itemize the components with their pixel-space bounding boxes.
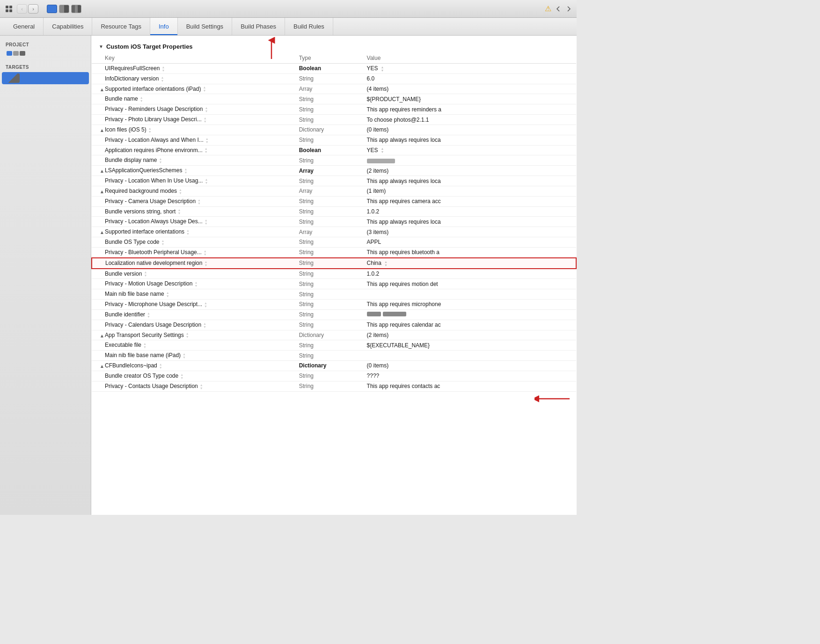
cell-key: Privacy - Bluetooth Peripheral Usage...▲… — [92, 247, 295, 257]
cell-value: (0 items) — [363, 361, 576, 371]
table-row[interactable]: Bundle creator OS Type code▲▼String???? — [92, 371, 576, 381]
col-header-value: Value — [363, 54, 576, 64]
cell-type: Array — [295, 84, 363, 94]
table-row[interactable]: Privacy - Camera Usage Description▲▼Stri… — [92, 196, 576, 206]
table-row[interactable]: Bundle identifier▲▼String — [92, 309, 576, 320]
col-header-type: Type — [295, 54, 363, 64]
cell-key: Bundle version▲▼ — [92, 269, 295, 279]
cell-key: Privacy - Camera Usage Description▲▼ — [92, 196, 295, 206]
cell-value: This app requires motion det — [363, 279, 576, 289]
tab-general[interactable]: General — [5, 18, 44, 35]
svg-rect-0 — [6, 6, 8, 8]
svg-rect-3 — [9, 9, 12, 12]
sort-arrows-icon: ▲▼ — [203, 322, 206, 329]
col-header-key: Key — [92, 54, 295, 64]
chevron-right-icon[interactable] — [565, 6, 572, 12]
expand-triangle-icon[interactable]: ▶ — [100, 190, 104, 193]
sort-arrows-icon: ▲▼ — [203, 86, 206, 92]
table-row[interactable]: Localization native development region▲▼… — [92, 258, 576, 269]
table-row[interactable]: InfoDictionary version▲▼String6.0 — [92, 73, 576, 84]
warning-icon[interactable]: ⚠ — [545, 4, 551, 13]
cell-key: Bundle OS Type code▲▼ — [92, 237, 295, 248]
table-row[interactable]: Bundle OS Type code▲▼StringAPPL — [92, 237, 576, 248]
view-btn-triple[interactable] — [71, 5, 81, 13]
expand-triangle-icon[interactable]: ▶ — [100, 365, 104, 368]
table-row[interactable]: UIRequiresFullScreen▲▼BooleanYES▲▼ — [92, 64, 576, 74]
cell-value: This app always requires loca — [363, 135, 576, 145]
table-row[interactable]: Bundle version▲▼String1.0.2 — [92, 269, 576, 279]
section-title: Custom iOS Target Properties — [106, 43, 193, 50]
cell-key: Executable file▲▼ — [92, 340, 295, 351]
sidebar-item-target[interactable] — [2, 72, 89, 84]
table-row[interactable]: Executable file▲▼String${EXECUTABLE_NAME… — [92, 340, 576, 351]
tab-resource-tags[interactable]: Resource Tags — [92, 18, 150, 35]
view-btn-single[interactable] — [47, 5, 57, 13]
table-row[interactable]: ▶CFBundleIcons~ipad▲▼Dictionary(0 items) — [92, 361, 576, 371]
tab-info[interactable]: Info — [150, 18, 178, 35]
cell-key: Bundle identifier▲▼ — [92, 309, 295, 320]
table-row[interactable]: Privacy - Microphone Usage Descript...▲▼… — [92, 300, 576, 310]
sort-arrows-icon: ▲▼ — [183, 352, 186, 359]
cell-key: Privacy - Motion Usage Description▲▼ — [92, 279, 295, 289]
sort-arrows-icon: ▲▼ — [144, 271, 147, 277]
cell-type: Array — [295, 186, 363, 196]
expand-triangle-icon[interactable]: ▶ — [100, 88, 104, 91]
cell-type: String — [295, 73, 363, 84]
cell-key: ▶Supported interface orientations (iPad)… — [92, 84, 295, 94]
cell-type: String — [295, 300, 363, 310]
sort-arrows-icon: ▲▼ — [205, 178, 208, 184]
table-row[interactable]: Privacy - Location Always Usage Des...▲▼… — [92, 217, 576, 227]
cell-value: This app requires reminders a — [363, 104, 576, 115]
table-row[interactable]: Main nib file base name▲▼String — [92, 289, 576, 300]
table-row[interactable]: Bundle name▲▼String${PRODUCT_NAME} — [92, 94, 576, 104]
expand-triangle-icon[interactable]: ▶ — [100, 170, 104, 173]
value-chevron-icon[interactable]: ▲▼ — [381, 147, 384, 154]
table-row[interactable]: Application requires iPhone environm...▲… — [92, 145, 576, 155]
table-row[interactable]: Bundle display name▲▼String — [92, 155, 576, 166]
main-layout: PROJECT TARGETS — [0, 36, 577, 515]
sort-arrows-icon: ▲▼ — [161, 239, 165, 246]
expand-triangle-icon[interactable]: ▶ — [100, 129, 104, 132]
value-chevron-icon[interactable]: ▲▼ — [384, 260, 388, 267]
table-row[interactable]: ▶LSApplicationQueriesSchemes▲▼Array(2 it… — [92, 166, 576, 176]
table-row[interactable]: ▶Supported interface orientations (iPad)… — [92, 84, 576, 94]
cell-value: (2 items) — [363, 330, 576, 340]
table-row[interactable]: Privacy - Reminders Usage Description▲▼S… — [92, 104, 576, 115]
table-row[interactable]: Privacy - Location Always and When I...▲… — [92, 135, 576, 145]
sidebar-item-project[interactable] — [2, 50, 89, 57]
nav-forward-button[interactable]: › — [28, 4, 38, 14]
view-btn-split[interactable] — [59, 5, 69, 13]
chevron-left-icon[interactable] — [555, 6, 562, 12]
svg-rect-2 — [6, 9, 8, 12]
cell-key: Privacy - Location Always Usage Des...▲▼ — [92, 217, 295, 227]
tab-build-rules[interactable]: Build Rules — [285, 18, 333, 35]
section-expand-icon[interactable]: ▼ — [99, 44, 103, 49]
cell-type: Boolean — [295, 64, 363, 74]
cell-type: String — [295, 320, 363, 330]
sort-arrows-icon: ▲▼ — [177, 208, 181, 215]
expand-triangle-icon[interactable]: ▶ — [100, 231, 104, 234]
tab-build-phases[interactable]: Build Phases — [232, 18, 285, 35]
cell-type: String — [295, 217, 363, 227]
table-row[interactable]: Privacy - Location When In Use Usag...▲▼… — [92, 176, 576, 186]
value-chevron-icon[interactable]: ▲▼ — [381, 66, 384, 72]
table-row[interactable]: ▶Required background modes▲▼Array(1 item… — [92, 186, 576, 196]
nav-back-button[interactable]: ‹ — [17, 4, 27, 14]
table-row[interactable]: Main nib file base name (iPad)▲▼String — [92, 351, 576, 361]
cell-type: String — [295, 196, 363, 206]
sort-arrows-icon: ▲▼ — [205, 106, 208, 113]
tab-capabilities[interactable]: Capabilities — [44, 18, 92, 35]
grid-icon[interactable] — [5, 5, 13, 13]
table-row[interactable]: Privacy - Calendars Usage Description▲▼S… — [92, 320, 576, 330]
sort-arrows-icon: ▲▼ — [180, 373, 183, 380]
table-row[interactable]: Privacy - Photo Library Usage Descri...▲… — [92, 115, 576, 125]
tab-build-settings[interactable]: Build Settings — [178, 18, 233, 35]
table-row[interactable]: ▶Icon files (iOS 5)▲▼Dictionary(0 items) — [92, 124, 576, 135]
table-row[interactable]: Privacy - Contacts Usage Description▲▼St… — [92, 381, 576, 391]
expand-triangle-icon[interactable]: ▶ — [100, 334, 104, 337]
table-row[interactable]: ▶Supported interface orientations▲▼Array… — [92, 227, 576, 237]
table-row[interactable]: ▶App Transport Security Settings▲▼Dictio… — [92, 330, 576, 340]
table-row[interactable]: Privacy - Motion Usage Description▲▼Stri… — [92, 279, 576, 289]
table-row[interactable]: Bundle versions string, short▲▼String1.0… — [92, 206, 576, 217]
table-row[interactable]: Privacy - Bluetooth Peripheral Usage...▲… — [92, 247, 576, 257]
